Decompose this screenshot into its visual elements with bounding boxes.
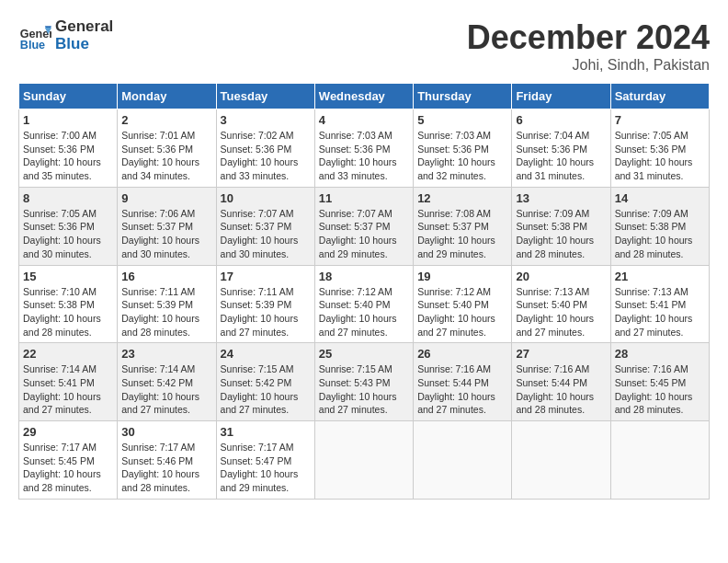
table-row: 2Sunrise: 7:01 AMSunset: 5:36 PMDaylight… [118, 109, 216, 188]
table-row: 16Sunrise: 7:11 AMSunset: 5:39 PMDayligh… [118, 265, 216, 343]
table-row: 19Sunrise: 7:12 AMSunset: 5:40 PMDayligh… [414, 265, 512, 343]
table-row: 20Sunrise: 7:13 AMSunset: 5:40 PMDayligh… [512, 265, 610, 343]
logo-icon: General Blue [18, 19, 51, 52]
table-row [314, 421, 413, 500]
table-row: 28Sunrise: 7:16 AMSunset: 5:45 PMDayligh… [610, 343, 709, 421]
table-row: 4Sunrise: 7:03 AMSunset: 5:36 PMDaylight… [314, 109, 413, 188]
header-tuesday: Tuesday [216, 84, 314, 109]
calendar-header-row: Sunday Monday Tuesday Wednesday Thursday… [19, 84, 710, 109]
page-header: General Blue General Blue December 2024 … [18, 18, 710, 74]
header-wednesday: Wednesday [314, 84, 413, 109]
table-row: 7Sunrise: 7:05 AMSunset: 5:36 PMDaylight… [610, 109, 709, 188]
calendar-week-2: 8Sunrise: 7:05 AMSunset: 5:36 PMDaylight… [19, 187, 710, 265]
logo-text-blue: Blue [55, 36, 113, 53]
table-row: 10Sunrise: 7:07 AMSunset: 5:37 PMDayligh… [216, 187, 314, 265]
calendar-week-1: 1Sunrise: 7:00 AMSunset: 5:36 PMDaylight… [19, 109, 710, 188]
svg-text:Blue: Blue [20, 39, 45, 52]
table-row: 11Sunrise: 7:07 AMSunset: 5:37 PMDayligh… [314, 187, 413, 265]
calendar-week-5: 29Sunrise: 7:17 AMSunset: 5:45 PMDayligh… [19, 421, 710, 500]
header-thursday: Thursday [414, 84, 512, 109]
table-row: 29Sunrise: 7:17 AMSunset: 5:45 PMDayligh… [19, 421, 118, 500]
table-row: 15Sunrise: 7:10 AMSunset: 5:38 PMDayligh… [19, 265, 118, 343]
logo: General Blue General Blue [18, 18, 113, 52]
location: Johi, Sindh, Pakistan [467, 57, 710, 74]
table-row: 26Sunrise: 7:16 AMSunset: 5:44 PMDayligh… [414, 343, 512, 421]
calendar-table: Sunday Monday Tuesday Wednesday Thursday… [18, 83, 710, 500]
table-row: 13Sunrise: 7:09 AMSunset: 5:38 PMDayligh… [512, 187, 610, 265]
table-row: 3Sunrise: 7:02 AMSunset: 5:36 PMDaylight… [216, 109, 314, 188]
table-row: 27Sunrise: 7:16 AMSunset: 5:44 PMDayligh… [512, 343, 610, 421]
table-row [610, 421, 709, 500]
table-row: 8Sunrise: 7:05 AMSunset: 5:36 PMDaylight… [19, 187, 118, 265]
calendar-week-3: 15Sunrise: 7:10 AMSunset: 5:38 PMDayligh… [19, 265, 710, 343]
table-row: 17Sunrise: 7:11 AMSunset: 5:39 PMDayligh… [216, 265, 314, 343]
table-row: 1Sunrise: 7:00 AMSunset: 5:36 PMDaylight… [19, 109, 118, 188]
header-saturday: Saturday [610, 84, 709, 109]
table-row: 14Sunrise: 7:09 AMSunset: 5:38 PMDayligh… [610, 187, 709, 265]
table-row [512, 421, 610, 500]
table-row: 12Sunrise: 7:08 AMSunset: 5:37 PMDayligh… [414, 187, 512, 265]
table-row: 21Sunrise: 7:13 AMSunset: 5:41 PMDayligh… [610, 265, 709, 343]
table-row: 6Sunrise: 7:04 AMSunset: 5:36 PMDaylight… [512, 109, 610, 188]
table-row [414, 421, 512, 500]
month-title: December 2024 [467, 18, 710, 57]
table-row: 23Sunrise: 7:14 AMSunset: 5:42 PMDayligh… [118, 343, 216, 421]
table-row: 18Sunrise: 7:12 AMSunset: 5:40 PMDayligh… [314, 265, 413, 343]
header-monday: Monday [118, 84, 216, 109]
table-row: 25Sunrise: 7:15 AMSunset: 5:43 PMDayligh… [314, 343, 413, 421]
table-row: 22Sunrise: 7:14 AMSunset: 5:41 PMDayligh… [19, 343, 118, 421]
table-row: 5Sunrise: 7:03 AMSunset: 5:36 PMDaylight… [414, 109, 512, 188]
table-row: 30Sunrise: 7:17 AMSunset: 5:46 PMDayligh… [118, 421, 216, 500]
table-row: 31Sunrise: 7:17 AMSunset: 5:47 PMDayligh… [216, 421, 314, 500]
logo-text-general: General [55, 18, 113, 36]
calendar-week-4: 22Sunrise: 7:14 AMSunset: 5:41 PMDayligh… [19, 343, 710, 421]
title-block: December 2024 Johi, Sindh, Pakistan [467, 18, 710, 74]
header-sunday: Sunday [19, 84, 118, 109]
table-row: 9Sunrise: 7:06 AMSunset: 5:37 PMDaylight… [118, 187, 216, 265]
table-row: 24Sunrise: 7:15 AMSunset: 5:42 PMDayligh… [216, 343, 314, 421]
header-friday: Friday [512, 84, 610, 109]
